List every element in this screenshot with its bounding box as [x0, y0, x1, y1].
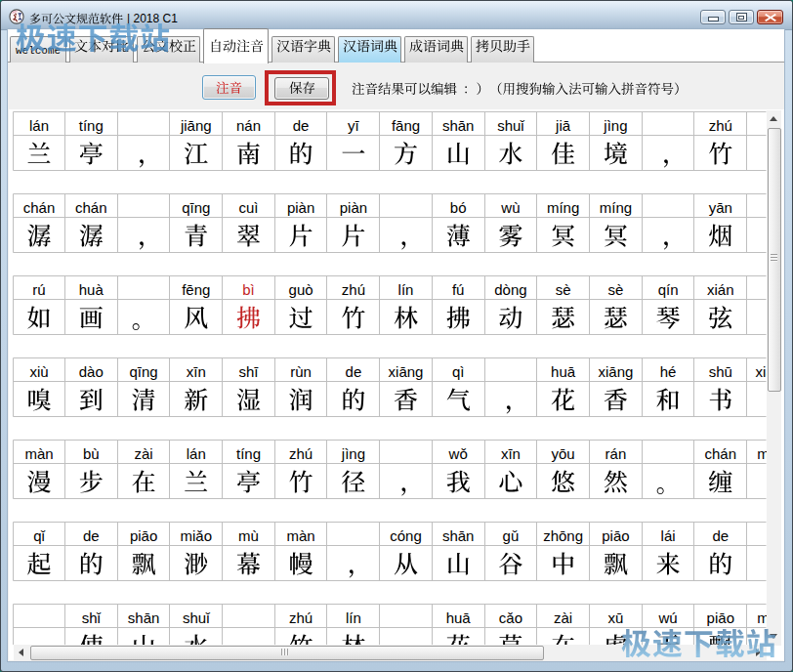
svg-text:qǐ: qǐ	[33, 527, 45, 544]
svg-text:cǎo: cǎo	[499, 609, 522, 626]
svg-text:jiāng: jiāng	[180, 117, 212, 134]
svg-text:lín: lín	[346, 609, 361, 626]
svg-text:xiāng: xiāng	[598, 363, 633, 380]
svg-text:shān: shān	[442, 117, 475, 134]
svg-text:huā: huā	[446, 609, 472, 626]
svg-text:xū: xū	[607, 609, 623, 626]
svg-text:de: de	[346, 363, 362, 380]
svg-text:míng: míng	[600, 199, 632, 216]
svg-text:rú: rú	[32, 281, 45, 298]
svg-text:míng: míng	[547, 199, 579, 216]
svg-text:bó: bó	[450, 199, 467, 216]
svg-text:wù: wù	[500, 199, 520, 216]
svg-text:màn: màn	[24, 445, 53, 462]
svg-text:jiā: jiā	[555, 117, 571, 134]
svg-text:lín: lín	[398, 281, 414, 298]
svg-text:fāng: fāng	[392, 117, 420, 134]
svg-text:piāo: piāo	[707, 609, 734, 626]
svg-text:gǔ: gǔ	[503, 527, 520, 544]
svg-text:qì: qì	[452, 363, 465, 380]
svg-text:xiāng: xiāng	[756, 363, 767, 380]
svg-text:zhōng: zhōng	[543, 527, 583, 544]
svg-text:huā: huā	[551, 363, 576, 380]
svg-text:lán: lán	[187, 445, 206, 462]
svg-text:chán: chán	[705, 445, 737, 462]
svg-text:piāo: piāo	[602, 527, 629, 544]
svg-text:fú: fú	[452, 281, 465, 298]
svg-text:xiāng: xiāng	[389, 363, 424, 380]
svg-text:de: de	[293, 117, 310, 134]
svg-text:xīn: xīn	[187, 363, 206, 380]
svg-text:bù: bù	[83, 445, 100, 462]
svg-text:guò: guò	[289, 281, 313, 298]
svg-text:qīng: qīng	[182, 199, 210, 216]
svg-text:rùn: rùn	[290, 363, 312, 380]
svg-text:mù: mù	[238, 527, 259, 544]
svg-text:yōu: yōu	[552, 445, 575, 462]
svg-text:de: de	[83, 527, 100, 544]
svg-text:zài: zài	[554, 609, 572, 626]
svg-text:zhú: zhú	[289, 609, 313, 626]
svg-text:xiù: xiù	[29, 363, 48, 380]
svg-text:lái: lái	[661, 527, 676, 544]
svg-text:chán: chán	[23, 199, 56, 216]
svg-text:zhú: zhú	[289, 445, 313, 462]
svg-text:dào: dào	[79, 363, 104, 380]
svg-text:jìng: jìng	[341, 445, 365, 462]
svg-text:cuì: cuì	[238, 199, 258, 216]
svg-text:tíng: tíng	[236, 445, 261, 462]
svg-text:fēng: fēng	[182, 281, 210, 298]
svg-text:piāo: piāo	[130, 527, 157, 544]
svg-text:shǐ: shǐ	[82, 609, 102, 626]
svg-text:zhú: zhú	[709, 117, 732, 134]
svg-text:qín: qín	[658, 281, 679, 298]
svg-text:wú: wú	[658, 609, 678, 626]
svg-text:hé: hé	[660, 363, 677, 380]
svg-text:bì: bì	[242, 281, 255, 298]
svg-text:xián: xián	[707, 281, 734, 298]
svg-text:huà: huà	[79, 281, 104, 298]
svg-text:dòng: dòng	[494, 281, 526, 298]
svg-text:shān: shān	[442, 527, 475, 544]
svg-text:lán: lán	[29, 117, 49, 134]
svg-text:tíng: tíng	[79, 117, 104, 134]
svg-text:zài: zài	[135, 445, 153, 462]
svg-text:qīng: qīng	[129, 363, 157, 380]
svg-text:chán: chán	[75, 199, 107, 216]
svg-text:xīn: xīn	[501, 445, 521, 462]
svg-text:sè: sè	[607, 281, 623, 298]
svg-text:piàn: piàn	[340, 199, 367, 216]
svg-text:shū: shū	[709, 363, 732, 380]
svg-text:shuǐ: shuǐ	[183, 609, 210, 626]
svg-text:shān: shān	[128, 609, 160, 626]
svg-text:yān: yān	[709, 199, 732, 216]
svg-text:miǎo: miǎo	[181, 527, 213, 544]
svg-text:rán: rán	[605, 445, 627, 462]
svg-text:shuǐ: shuǐ	[497, 117, 524, 134]
svg-text:cóng: cóng	[390, 527, 422, 544]
svg-text:yī: yī	[348, 117, 360, 134]
svg-text:màn: màn	[287, 527, 315, 544]
svg-text:wǒ: wǒ	[448, 445, 468, 462]
svg-text:jìng: jìng	[603, 117, 627, 134]
svg-text:shī: shī	[238, 363, 259, 380]
svg-text:sè: sè	[556, 281, 571, 298]
svg-text:nán: nán	[236, 117, 261, 134]
svg-text:piàn: piàn	[287, 199, 314, 216]
svg-text:zhú: zhú	[342, 281, 365, 298]
svg-text:de: de	[712, 527, 729, 544]
